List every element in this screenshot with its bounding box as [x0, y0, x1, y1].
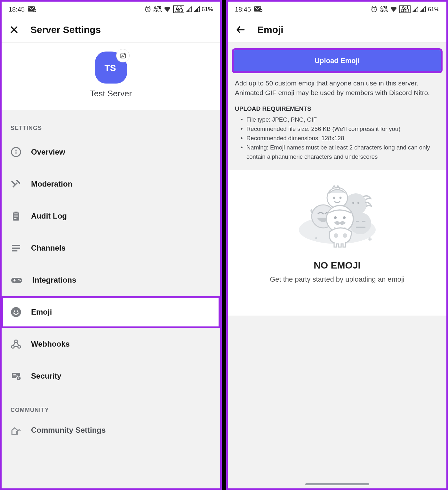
settings-row-channels[interactable]: Channels: [2, 232, 220, 264]
svg-rect-9: [14, 212, 18, 213]
svg-rect-7: [16, 152, 17, 155]
screen-emoji: 18:45 0.75KB/S Vo 1LTE 2 61% Emoji Uploa…: [226, 0, 448, 490]
mail-icon: [28, 6, 36, 12]
settings-row-overview[interactable]: Overview: [2, 136, 220, 168]
settings-row-emoji[interactable]: Emoji: [2, 296, 220, 328]
svg-point-37: [352, 202, 354, 204]
svg-point-38: [357, 202, 359, 204]
page-title: Server Settings: [30, 24, 101, 35]
svg-rect-45: [356, 227, 365, 228]
webhook-icon: [11, 339, 21, 349]
wifi-icon: [390, 6, 397, 12]
settings-row-moderation[interactable]: Moderation: [2, 168, 220, 200]
settings-row-community[interactable]: Community Settings: [2, 418, 220, 442]
svg-rect-13: [12, 245, 20, 246]
svg-rect-12: [14, 218, 16, 219]
svg-rect-15: [12, 250, 17, 251]
requirement-item: File type: JPEG, PNG, GIF: [241, 115, 439, 124]
settings-label: Webhooks: [31, 340, 70, 349]
svg-point-19: [18, 279, 20, 280]
empty-subtitle: Get the party started by uploading an em…: [270, 275, 404, 284]
page-title: Emoji: [257, 24, 284, 35]
server-initials: TS: [105, 63, 116, 73]
moderation-icon: [11, 179, 21, 189]
settings-row-integrations[interactable]: Integrations: [2, 264, 220, 296]
requirement-item: Naming: Emoji names must be at least 2 c…: [241, 143, 439, 161]
requirement-item: Recommended file size: 256 KB (We'll com…: [241, 124, 439, 133]
mail-icon: [254, 6, 262, 12]
upload-image-icon[interactable]: [116, 49, 130, 62]
screen-server-settings: 18:45 0.75KB/S Vo 1LTE 2 61% Server Sett…: [0, 0, 222, 490]
svg-point-6: [15, 149, 17, 151]
empty-title: NO EMOJI: [314, 260, 361, 271]
status-lte-badge: Vo 1LTE 2: [399, 5, 410, 13]
signal-icon-2: [420, 6, 426, 12]
server-avatar[interactable]: TS: [95, 52, 127, 84]
status-kbps: 0.75KB/S: [153, 6, 162, 12]
settings-label: Integrations: [32, 276, 76, 285]
upload-emoji-label: Upload Emoji: [315, 57, 360, 65]
empty-emoji-illustration: [289, 182, 385, 252]
server-header: TS Test Server: [2, 43, 220, 110]
svg-point-22: [14, 310, 15, 312]
wifi-icon: [164, 6, 171, 12]
settings-label: Security: [31, 372, 61, 381]
status-bar: 18:45 0.75KB/S Vo 1LTE 2 61%: [2, 2, 220, 17]
community-icon: [11, 425, 21, 436]
emoji-icon: [11, 307, 21, 317]
settings-row-audit-log[interactable]: Audit Log: [2, 200, 220, 232]
svg-point-52: [315, 237, 317, 239]
svg-rect-44: [362, 221, 365, 222]
signal-icon-2: [194, 6, 200, 12]
svg-point-50: [334, 233, 338, 238]
settings-label: Overview: [31, 148, 65, 157]
svg-point-20: [20, 280, 21, 281]
status-lte-badge: Vo 1LTE 2: [173, 5, 184, 13]
signal-icon-1: [412, 6, 418, 12]
settings-label: Emoji: [31, 308, 52, 317]
svg-point-51: [343, 233, 347, 238]
settings-label: Channels: [31, 244, 66, 253]
app-bar: Emoji: [228, 17, 446, 43]
back-icon[interactable]: [236, 25, 246, 35]
settings-row-security[interactable]: Security: [2, 360, 220, 392]
settings-label: Audit Log: [31, 212, 67, 221]
svg-point-41: [339, 197, 341, 199]
controller-icon: [11, 276, 23, 284]
gesture-bar[interactable]: [305, 483, 369, 485]
settings-row-webhooks[interactable]: Webhooks: [2, 328, 220, 360]
svg-point-23: [17, 310, 19, 312]
empty-state: NO EMOJI Get the party started by upload…: [228, 170, 446, 316]
channels-icon: [11, 243, 21, 253]
emoji-body: Upload Emoji Add up to 50 custom emoji t…: [228, 43, 446, 316]
alarm-icon: [144, 6, 151, 13]
status-time: 18:45: [235, 6, 251, 13]
svg-rect-18: [14, 279, 15, 282]
svg-point-49: [343, 216, 346, 219]
upload-requirements-title: UPLOAD REQUIREMENTS: [228, 98, 446, 115]
emoji-description: Add up to 50 custom emoji that anyone ca…: [228, 75, 446, 98]
status-time: 18:45: [9, 6, 25, 13]
status-bar: 18:45 0.75KB/S Vo 1LTE 2 61%: [228, 2, 446, 17]
upload-requirements-list: File type: JPEG, PNG, GIF Recommended fi…: [228, 115, 446, 169]
svg-rect-10: [14, 215, 18, 216]
clipboard-icon: [11, 211, 21, 221]
close-icon[interactable]: [9, 25, 19, 35]
svg-rect-28: [13, 374, 16, 375]
status-battery: 61%: [202, 6, 213, 13]
upload-emoji-button[interactable]: Upload Emoji: [234, 50, 441, 71]
status-battery: 61%: [428, 6, 439, 13]
svg-point-40: [333, 197, 335, 199]
info-icon: [11, 147, 21, 157]
section-header-settings: SETTINGS: [2, 110, 220, 136]
svg-rect-29: [13, 376, 18, 376]
section-header-community: COMMUNITY: [2, 392, 220, 418]
requirement-item: Recommended dimensions: 128x128: [241, 133, 439, 143]
svg-point-21: [11, 307, 21, 317]
settings-label: Moderation: [31, 180, 72, 189]
alarm-icon: [371, 6, 378, 13]
svg-rect-31: [18, 377, 19, 379]
svg-rect-14: [12, 248, 20, 249]
signal-icon-1: [186, 6, 192, 12]
svg-rect-11: [14, 216, 18, 217]
